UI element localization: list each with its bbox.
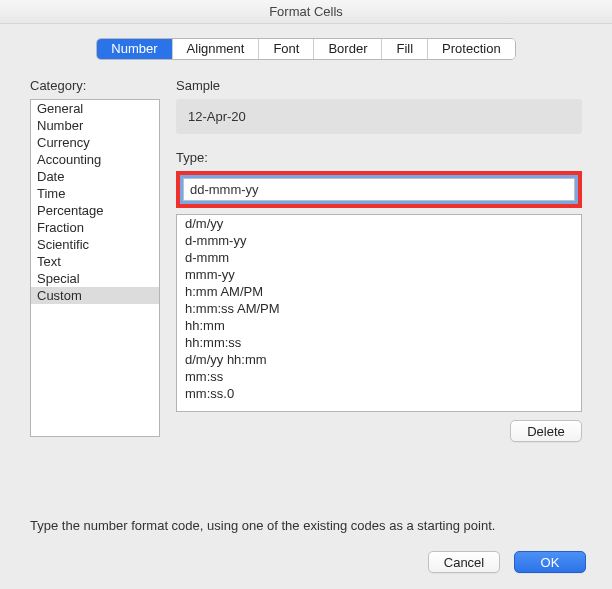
format-item[interactable]: mm:ss.0 — [177, 385, 581, 402]
type-label: Type: — [176, 150, 582, 165]
category-label: Category: — [30, 78, 160, 93]
detail-column: Sample 12-Apr-20 Type: d/m/yyd-mmm-yyd-m… — [176, 78, 582, 589]
dialog-body: Category: GeneralNumberCurrencyAccountin… — [0, 60, 612, 589]
category-listbox[interactable]: GeneralNumberCurrencyAccountingDateTimeP… — [30, 99, 160, 437]
type-input-highlight — [176, 171, 582, 208]
category-item[interactable]: Scientific — [31, 236, 159, 253]
tab-bar: NumberAlignmentFontBorderFillProtection — [96, 38, 515, 60]
category-item[interactable]: Time — [31, 185, 159, 202]
format-item[interactable]: d-mmm-yy — [177, 232, 581, 249]
format-item[interactable]: mm:ss — [177, 368, 581, 385]
format-item[interactable]: h:mm AM/PM — [177, 283, 581, 300]
tab-fill[interactable]: Fill — [382, 39, 428, 59]
ok-button[interactable]: OK — [514, 551, 586, 573]
dialog-footer: Cancel OK — [428, 551, 586, 573]
sample-value: 12-Apr-20 — [176, 99, 582, 134]
cancel-button[interactable]: Cancel — [428, 551, 500, 573]
hint-text: Type the number format code, using one o… — [30, 518, 495, 533]
category-item[interactable]: Text — [31, 253, 159, 270]
dialog-title: Format Cells — [0, 0, 612, 24]
delete-row: Delete — [176, 420, 582, 442]
category-item[interactable]: Special — [31, 270, 159, 287]
tab-number[interactable]: Number — [97, 39, 172, 59]
format-item[interactable]: d/m/yy — [177, 215, 581, 232]
category-item[interactable]: Fraction — [31, 219, 159, 236]
format-item[interactable]: hh:mm — [177, 317, 581, 334]
sample-label: Sample — [176, 78, 582, 93]
format-listbox[interactable]: d/m/yyd-mmm-yyd-mmmmmm-yyh:mm AM/PMh:mm:… — [176, 214, 582, 412]
tab-alignment[interactable]: Alignment — [173, 39, 260, 59]
format-item[interactable]: d/m/yy hh:mm — [177, 351, 581, 368]
type-input[interactable] — [183, 178, 575, 201]
category-item[interactable]: Custom — [31, 287, 159, 304]
format-item[interactable]: mmm-yy — [177, 266, 581, 283]
format-cells-dialog: Format Cells NumberAlignmentFontBorderFi… — [0, 0, 612, 589]
tab-font[interactable]: Font — [259, 39, 314, 59]
category-item[interactable]: Currency — [31, 134, 159, 151]
tab-border[interactable]: Border — [314, 39, 382, 59]
category-item[interactable]: Percentage — [31, 202, 159, 219]
format-item[interactable]: d-mmm — [177, 249, 581, 266]
category-item[interactable]: Number — [31, 117, 159, 134]
tab-protection[interactable]: Protection — [428, 39, 515, 59]
category-item[interactable]: General — [31, 100, 159, 117]
format-item[interactable]: h:mm:ss AM/PM — [177, 300, 581, 317]
category-column: Category: GeneralNumberCurrencyAccountin… — [30, 78, 160, 589]
category-item[interactable]: Accounting — [31, 151, 159, 168]
delete-button[interactable]: Delete — [510, 420, 582, 442]
category-item[interactable]: Date — [31, 168, 159, 185]
format-item[interactable]: hh:mm:ss — [177, 334, 581, 351]
